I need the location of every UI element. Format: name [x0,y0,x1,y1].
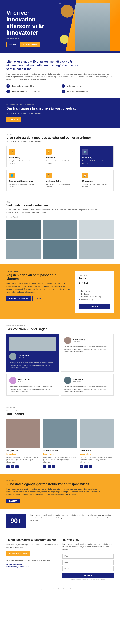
testimonial-info-2: Stella Larson Konsult [18,378,30,382]
testimonial-info-3: Paul Smith Företagare [73,378,83,382]
team-name-1: Ann Richmond [43,449,77,452]
gallery-source: Bild från Freepik [6,216,114,218]
facebook-icon-1[interactable]: f [43,465,46,468]
footer-address: New York, 4456 Parker Rd. Allentown, New… [6,559,58,562]
check-icon-1: ✓ [6,84,10,88]
services-sub: Sample text. Click to select the Text El… [6,140,86,142]
footer-bottom: Typsnitt väldes ur Adobe Font Libraries … [0,586,120,592]
gallery-small-label: Galleri [6,201,114,203]
promo-heading: Vi bostad elegangs gör fönsterluckor apt… [6,482,114,486]
linkedin-icon-1[interactable]: in [52,465,55,468]
check-label-3: Harvard Business School Collection [12,90,40,92]
cta-button[interactable]: LÄS MER [6,117,22,122]
testimonial-name-2: Stella Larson [18,378,30,381]
testimonial-avatar-0 [9,353,16,360]
service-card-2: ⚙️ Bokföring Sample text. Click to selec… [80,146,114,167]
facebook-icon-0[interactable]: f [6,465,10,468]
gallery-img-2 [79,220,114,239]
service-card-0: 💰 Investering Sample text. Click to sele… [6,146,40,167]
team-role-1: Lorem labore [43,453,77,455]
team-photo-2 [80,419,114,448]
plan-features: Investering Bokföring Revision och redov… [79,290,110,301]
gallery-section: Galleri Vårt moderna kontorsutrymme Samp… [0,196,120,264]
newsletter-heading: Skriv upp mig! [62,538,114,541]
service-icon-2: ⚙️ [82,149,88,155]
facebook-icon-2[interactable]: f [80,465,83,468]
twitter-icon-1[interactable]: t [48,465,51,468]
cta-small-label: Lägg till mer hastighet på din webbplats [6,104,114,105]
check-icon-4: ✓ [62,90,65,93]
testimonials-small-label: Läs vad våra kunder säger [6,324,114,326]
about-body: Lorem ipsum dolor sit amet, consectetur … [6,72,114,81]
testimonial-card-1: Frank Kinney Framtidare Prum aut libero … [61,334,114,372]
footer-cta-section: Få din kostnadsfria konsultation nu! Lit… [0,533,120,586]
team-grid: Mary Brown Lorem labore Quia erat Nitem … [6,419,114,468]
email-field[interactable] [62,554,114,558]
cta-heading: Din framgång i branschen är vårt uppdrag [6,106,114,110]
testimonial-name-0: Jordi Kimels [18,354,30,357]
check-icon-2: ✓ [62,84,65,88]
team-source: Bild av Freepik [6,410,114,411]
pricing-monthly-button[interactable]: EN GÅNG I MÅNADEN [6,296,31,301]
footer-note: Typsnitt valdes ur Adobe Font Libraries … [62,579,114,580]
team-card-0: Mary Brown Lorem labore Quia erat Nitem … [6,419,40,468]
linkedin-icon-2[interactable]: in [89,465,92,468]
hero-heading: Vi driver innovation eftersom vi är inno… [6,10,58,36]
testimonial-card-3: Paul Smith Företagare Prum aut libero en… [61,374,114,396]
team-role-2: Lorem labore [80,453,114,455]
name-field[interactable] [62,560,114,565]
promo-button[interactable]: LÄS MER [6,499,20,504]
twitter-icon-2[interactable]: t [84,465,88,468]
team-heading: Möt Teamet [6,412,114,416]
service-card-1: 💡 Finansiera Sample text. Click to selec… [43,146,77,167]
team-section: Möt Teamet Bild av Freepik Möt Teamet Ma… [0,401,120,474]
check-label-4: Hantera din karriärutveckling [67,90,89,92]
buy-button[interactable]: KÖP NU [79,304,110,309]
hero-subtitle: Bild från Freepik [6,38,46,39]
about-section: Liten eller stor, ditt företag kommer at… [0,54,120,98]
pricing-annual-button[interactable]: ÅRLIG [32,296,44,301]
feature-3: Marknadsföring [79,298,110,301]
feature-0: Investering [79,290,110,292]
consult-button[interactable]: GRATIS RÅDGIVNING [6,551,30,556]
plan-label: Månadsvis [79,274,110,276]
pricing-small-label: Välj din prisplan [6,270,70,272]
testimonial-card-2: Stella Larson Konsult Prum aut libero en… [6,374,59,396]
check-item-4: ✓ Hantera din karriärutveckling [62,90,114,93]
footer-form-row [62,560,114,565]
testimonials-grid: Jordi Kimels Designer Lorem ipsum dolor … [6,334,114,396]
menu-icon[interactable]: ≡ [59,2,61,5]
feature-1: Bokföring [79,292,110,295]
linkedin-icon-0[interactable]: in [15,465,18,468]
testimonial-role-0: Designer [18,357,30,358]
pricing-left: Välj din prisplan Välj den prisplan som … [6,270,70,301]
services-heading: Vi är redo att dela med oss av våra råd … [6,136,114,140]
stats-content: 90+ Lorem ipsum dolor sit amet, consecte… [6,514,114,528]
footer-submit-button[interactable]: SKICKA IN [62,573,114,578]
twitter-icon-0[interactable]: t [11,465,14,468]
service-icon-4: ⏳ [46,172,52,178]
service-text-0: Sample text. Click to select the Text El… [9,160,38,164]
pricing-body: Lorem ipsum dolor sit amet, consectetur … [6,282,70,294]
newsletter-text: Lorem ipsum dolor sit amet, consectetur … [62,543,114,551]
footer-phone: +(305) 556-9999 [6,563,58,566]
cta-body: Sample text. Click to select the Text El… [6,112,86,115]
testimonial-name-3: Paul Smith [73,378,83,381]
team-photo-1 [43,419,77,448]
plan-name: Företag [79,277,110,279]
message-field[interactable] [62,566,114,572]
footer-form: SKICKA IN [62,554,114,578]
gallery-img-1 [42,220,78,239]
hero-learn-more-button[interactable]: Läs mer [6,42,19,47]
service-text-4: Sample text. Click to select the Text El… [46,183,74,188]
stats-number: 90+ [10,517,22,525]
testimonial-role-2: Konsult [18,381,30,382]
hero-contact-button[interactable]: KONTAKTA OSS [20,42,40,47]
team-bio-0: Quia erat Nitem labore minimu ante ut fr… [6,456,40,463]
testimonial-header-3: Paul Smith Företagare [64,377,111,384]
team-socials-1: f t in [43,465,77,468]
service-icon-5: 🏠 [82,172,88,178]
testimonial-text-2: Prum aut libero enim sed faucibus tincid… [9,386,56,393]
pricing-buttons: EN GÅNG I MÅNADEN ÅRLIG [6,296,70,301]
team-socials-0: f t in [6,465,40,468]
